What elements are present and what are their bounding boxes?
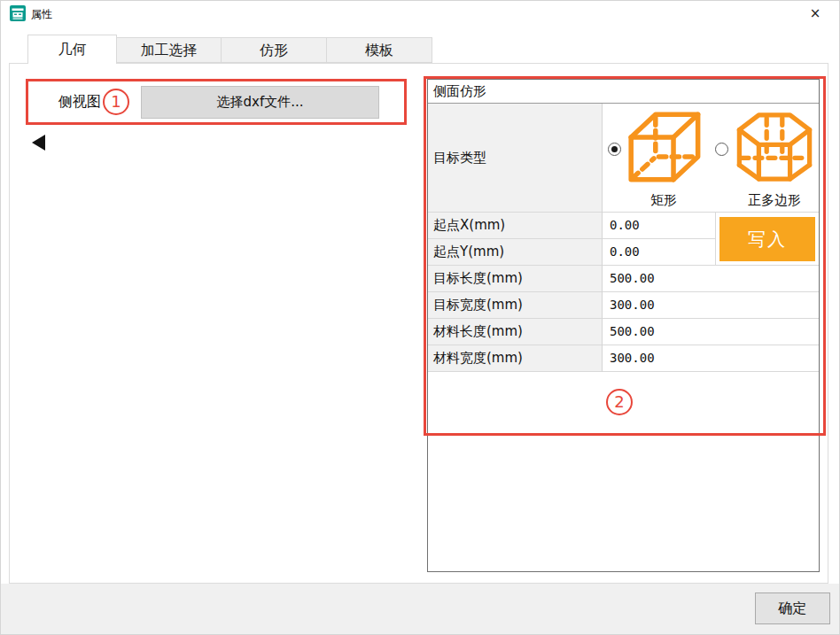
option-rectangle[interactable]: 矩形 [608, 106, 706, 209]
material-length-label: 材料长度(mm) [428, 319, 603, 345]
material-width-value[interactable]: 300.00 [603, 345, 819, 372]
target-length-label: 目标长度(mm) [428, 266, 603, 292]
window-title: 属性 [31, 7, 52, 22]
option-polygon[interactable]: 正多边形 [715, 106, 813, 209]
hex-prism-icon [735, 106, 813, 191]
tab-machining[interactable]: 加工选择 [116, 37, 222, 63]
choose-dxf-button[interactable]: 选择dxf文件... [141, 86, 379, 119]
write-button[interactable]: 写入 [719, 217, 815, 261]
app-icon [10, 5, 26, 21]
titlebar: 属性 × [1, 1, 840, 26]
tab-template[interactable]: 模板 [326, 37, 432, 63]
target-width-value[interactable]: 300.00 [603, 292, 819, 319]
radio-polygon[interactable] [715, 143, 728, 156]
target-type-options: 矩形 [603, 104, 819, 213]
close-button[interactable]: × [805, 4, 825, 22]
side-view-label: 侧视图 [58, 93, 101, 112]
option-rectangle-label: 矩形 [650, 192, 677, 209]
start-x-label: 起点X(mm) [428, 213, 603, 239]
target-width-label: 目标宽度(mm) [428, 292, 603, 319]
start-y-label: 起点Y(mm) [428, 239, 603, 266]
footer-bar: 确定 [1, 584, 840, 635]
target-length-value[interactable]: 500.00 [603, 266, 819, 292]
start-x-value[interactable]: 0.00 [603, 213, 716, 239]
tab-profiling[interactable]: 仿形 [221, 37, 327, 63]
tab-geometry[interactable]: 几何 [27, 35, 117, 64]
start-y-value[interactable]: 0.00 [603, 239, 716, 266]
side-profile-panel: 侧面仿形 目标类型 [427, 79, 820, 572]
material-length-value[interactable]: 500.00 [603, 319, 819, 345]
option-polygon-label: 正多边形 [748, 192, 801, 209]
collapse-left-icon[interactable] [32, 135, 45, 151]
panel-header: 侧面仿形 [428, 80, 819, 104]
cube-icon [621, 106, 706, 191]
radio-rectangle[interactable] [608, 143, 621, 156]
write-button-cell: 写入 [716, 213, 819, 266]
material-width-label: 材料宽度(mm) [428, 345, 603, 372]
target-type-label: 目标类型 [428, 104, 603, 213]
ok-button[interactable]: 确定 [755, 592, 830, 624]
properties-dialog: 属性 × 几何 加工选择 仿形 模板 侧视图 选择dxf文件... 侧面仿形 目… [0, 0, 840, 635]
